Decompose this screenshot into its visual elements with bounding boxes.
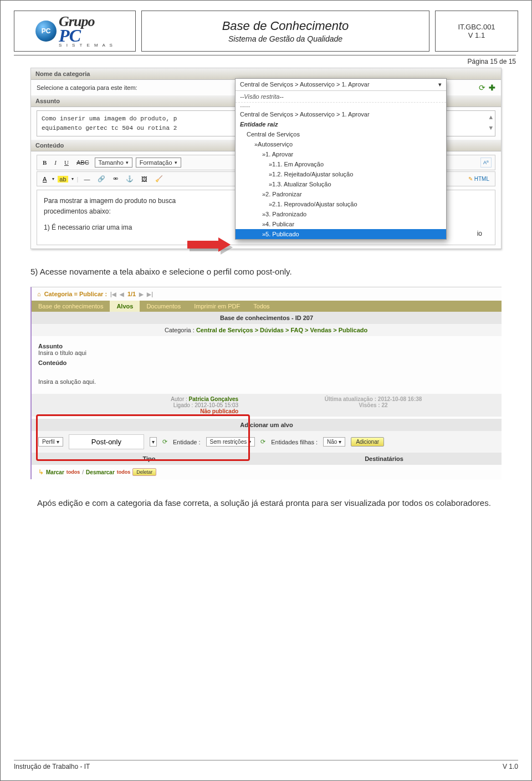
logo-cell: PC Grupo PC S I S T E M A S [14,11,136,52]
doc-code: IT.GBC.001 [458,23,495,31]
text-color-button[interactable]: A [40,175,49,184]
dd-21[interactable]: »2.1. Reprovado/Ajustar solução [236,199,446,209]
screenshot-target-profile: ⌂ Categoria = Publicar : |◀ ◀ 1/1 ▶ ▶| B… [30,287,502,479]
tab-documentos[interactable]: Documentos [140,301,187,312]
footer-right: V 1.0 [503,763,518,770]
lbl-assunto: Assunto [38,343,495,349]
nao-publicado: Não publicado [32,408,238,414]
next-icon[interactable]: ▶ [139,291,144,297]
crumb-text: Categoria = Publicar : [44,291,107,297]
format-select[interactable]: Formatação▾ [136,158,181,168]
step-5-text: 5) Acesse novamente a tela abaixo e sele… [30,266,502,278]
unlink-button[interactable]: ⚮ [111,174,120,184]
dd-selected: Central de Serviços > Autosserviço > 1. … [240,81,370,88]
adicionar-button[interactable]: Adicionar [351,437,384,447]
todos-1: todos [66,469,80,475]
brand-sub: S I S T E M A S [59,43,114,48]
html-button[interactable]: ✎ HTML [466,175,492,183]
anchor-button[interactable]: ⚓ [124,174,136,184]
doc-subtitle: Sistema de Gestão da Qualidade [228,34,342,43]
tab-todos[interactable]: Todos [247,301,276,312]
highlight-button[interactable]: ab [58,176,68,182]
page-number-row: Página 15 de 15 [14,55,516,65]
reload-icon-2[interactable]: ⟳ [260,438,265,445]
filhas-label: Entidades filhas : [271,439,318,445]
content-trail: io [477,229,482,239]
dd-5-selected[interactable]: »5. Publicado [236,229,446,239]
brand-logo: PC Grupo PC S I S T E M A S [35,14,114,48]
hr-button[interactable]: — [81,175,92,184]
todos-2: todos [117,469,131,475]
dd-dashes: ----- [236,103,446,109]
title-cell: Base de Conhecimento Sistema de Gestão d… [141,11,429,52]
page-number: Página 15 de 15 [468,58,516,65]
author-name: Patricia Gonçalves [189,396,239,402]
tab-bar: Base de conhecimentos Alvos Documentos I… [32,301,502,312]
col-destinatarios: Destinatários [267,453,502,465]
red-highlight-box [36,414,250,461]
link-button[interactable]: 🔗 [95,174,108,184]
kb-body: Assunto Insira o título aqui Conteúdo In… [32,336,502,394]
scroll-up-icon[interactable]: ▲ [489,113,493,123]
kb-category-row: Categoria : Central de Serviços > Dúvida… [32,324,502,336]
clear-button[interactable]: 🧹 [153,174,165,184]
dd-entidade[interactable]: Entidade raiz [236,119,446,129]
tab-imprimir[interactable]: Imprimir em PDF [187,301,247,312]
image-button[interactable]: 🖼 [139,175,150,184]
dd-12[interactable]: »1.2. Rejeitado/Ajustar solução [236,169,446,179]
prev-icon[interactable]: ◀ [120,291,124,297]
filhas-select[interactable]: Não▾ [323,437,345,447]
doc-version: V 1.1 [468,31,485,39]
dd-2[interactable]: »2. Padronizar [236,189,446,199]
lbl-conteudo: Conteúdo [38,359,495,366]
tab-alvos[interactable]: Alvos [110,301,140,312]
tab-base[interactable]: Base de conhecimentos [32,301,110,312]
deletar-button[interactable]: Deletar [132,468,156,476]
marcar-link[interactable]: Marcar [46,469,64,475]
cat-label: Categoria : [165,327,195,333]
first-icon[interactable]: |◀ [110,291,116,297]
arrow-up-icon[interactable]: ↳ [38,468,44,476]
dd-1-aprovar[interactable]: »1. Aprovar [236,149,446,159]
ligado: Ligado : 2012-10-05 15:03 [32,402,238,408]
brand-main: PC [59,27,114,44]
screenshot-category-dropdown: Nome da categoria Selecione a categoria … [30,68,502,249]
dd-4[interactable]: »4. Publicar [236,219,446,229]
breadcrumb: ⌂ Categoria = Publicar : |◀ ◀ 1/1 ▶ ▶| [32,287,502,301]
underline-button[interactable]: U [62,158,71,167]
refresh-icon[interactable]: ⟳ [479,83,485,92]
chevron-down-icon[interactable]: ▾ [438,81,442,88]
doc-footer: Instrução de Trabalho - IT V 1.0 [14,760,518,770]
last-icon[interactable]: ▶| [147,291,153,297]
marks-row: ↳ Marcar todos / Desmarcar todos Deletar [32,465,502,479]
italic-button[interactable]: I [52,158,59,167]
globe-icon: PC [35,21,57,42]
font-size-select[interactable]: Tamanho▾ [95,158,132,168]
home-icon[interactable]: ⌂ [37,291,41,297]
strike-button[interactable]: ABC [74,158,91,167]
add-icon[interactable]: ✚ [489,83,495,92]
desmarcar-link[interactable]: Desmarcar [86,469,115,475]
visoes: Visões : 22 [245,402,502,408]
doc-header: PC Grupo PC S I S T E M A S Base de Conh… [14,11,518,52]
cat-path: Central de Serviços > Dúvidas > FAQ > Ve… [196,327,367,333]
ph-assunto: Insira o título aqui [38,349,495,356]
dd-autosservico[interactable]: »Autosserviço [236,139,446,149]
kb-footer: Autor : Patricia Gonçalves Ligado : 2012… [32,394,502,417]
ph-conteudo: Insira a solução aqui. [38,378,495,385]
pager: 1/1 [127,291,136,297]
author-label: Autor : [171,396,187,402]
dd-3[interactable]: »3. Padronizado [236,209,446,219]
dd-central[interactable]: Central de Serviços [236,129,446,139]
dd-visao: --Visão restrita-- [236,91,446,103]
red-arrow-annotation [187,237,232,252]
dd-repeat[interactable]: Central de Serviços > Autosserviço > 1. … [236,109,446,119]
dd-13[interactable]: »1.3. Atualizar Solução [236,179,446,189]
dd-11[interactable]: »1.1. Em Aprovação [236,159,446,169]
ultima-atualizacao: Última atualização : 2012-10-08 16:38 [245,396,502,402]
bold-button[interactable]: B [40,158,49,167]
code-cell: IT.GBC.001 V 1.1 [435,11,518,52]
category-dropdown[interactable]: Central de Serviços > Autosserviço > 1. … [235,78,447,240]
scroll-down-icon[interactable]: ▼ [489,124,493,133]
spellcheck-button[interactable]: Aᴮ [480,158,492,168]
